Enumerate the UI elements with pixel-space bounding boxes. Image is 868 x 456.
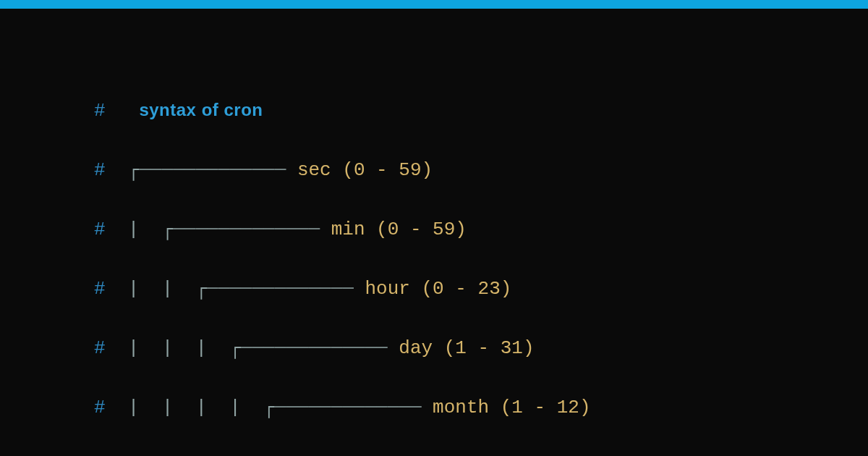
bracket-icon: ┌ [195, 278, 207, 300]
bracket-icon: ┌ [128, 159, 140, 181]
hash-char: # [94, 100, 106, 122]
title-row: # syntax of cron [94, 95, 868, 126]
cron-syntax-diagram: # syntax of cron # ┌───────────── sec (0… [0, 9, 868, 456]
weekday-row: # | | | | | ┌───────────── weekday (0 - … [94, 452, 868, 456]
month-row: # | | | | ┌───────────── month (1 - 12) [94, 393, 868, 423]
field-min: min (0 - 59) [331, 219, 467, 240]
field-sec: sec (0 - 59) [297, 159, 433, 181]
field-hour: hour (0 - 23) [365, 278, 512, 300]
min-row: # | ┌───────────── min (0 - 59) [94, 215, 868, 245]
hour-row: # | | ┌───────────── hour (0 - 23) [94, 274, 868, 304]
bracket-icon: ┌ [229, 337, 241, 359]
bracket-icon: ┌ [263, 397, 275, 418]
field-day: day (1 - 31) [399, 337, 534, 359]
sec-row: # ┌───────────── sec (0 - 59) [94, 156, 868, 185]
bracket-icon: ┌ [162, 219, 174, 240]
day-row: # | | | ┌───────────── day (1 - 31) [94, 334, 868, 363]
title-text: syntax of cron [139, 100, 263, 119]
top-accent-bar [0, 0, 868, 9]
field-month: month (1 - 12) [433, 397, 590, 418]
